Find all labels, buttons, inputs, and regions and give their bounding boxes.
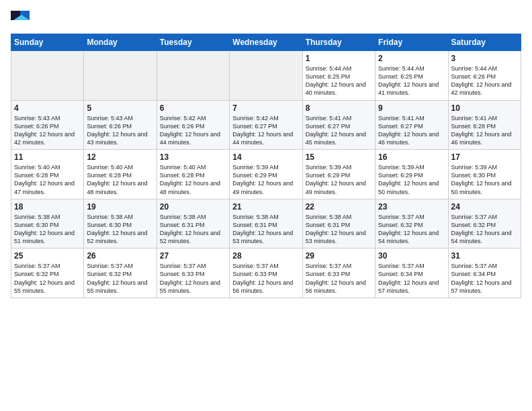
calendar-week-row: 18Sunrise: 5:38 AMSunset: 6:30 PMDayligh… [11, 199, 521, 248]
weekday-header-row: SundayMondayTuesdayWednesdayThursdayFrid… [11, 34, 521, 51]
calendar-cell: 4Sunrise: 5:43 AMSunset: 6:26 PMDaylight… [11, 100, 84, 150]
calendar-cell: 29Sunrise: 5:37 AMSunset: 6:33 PMDayligh… [302, 248, 375, 298]
page-header [11, 11, 521, 28]
calendar-cell: 17Sunrise: 5:39 AMSunset: 6:30 PMDayligh… [448, 150, 521, 199]
day-info: Sunrise: 5:39 AMSunset: 6:29 PMDaylight:… [378, 163, 445, 196]
calendar-cell: 6Sunrise: 5:42 AMSunset: 6:26 PMDaylight… [157, 100, 229, 150]
day-number: 24 [451, 202, 518, 212]
day-info: Sunrise: 5:37 AMSunset: 6:32 PMDaylight:… [451, 213, 518, 246]
calendar-cell: 9Sunrise: 5:41 AMSunset: 6:27 PMDaylight… [375, 100, 448, 150]
calendar-cell: 11Sunrise: 5:40 AMSunset: 6:28 PMDayligh… [11, 150, 84, 199]
day-number: 12 [87, 152, 153, 162]
calendar-cell: 30Sunrise: 5:37 AMSunset: 6:34 PMDayligh… [375, 248, 448, 298]
calendar-week-row: 4Sunrise: 5:43 AMSunset: 6:26 PMDaylight… [11, 100, 521, 150]
day-info: Sunrise: 5:44 AMSunset: 6:26 PMDaylight:… [451, 64, 518, 97]
calendar-cell: 21Sunrise: 5:38 AMSunset: 6:31 PMDayligh… [230, 199, 302, 248]
day-number: 2 [378, 54, 445, 63]
day-number: 11 [14, 152, 81, 162]
day-number: 20 [160, 202, 226, 212]
day-info: Sunrise: 5:40 AMSunset: 6:28 PMDaylight:… [87, 163, 153, 196]
day-number: 23 [378, 202, 445, 212]
day-info: Sunrise: 5:40 AMSunset: 6:28 PMDaylight:… [14, 163, 81, 196]
calendar-cell: 24Sunrise: 5:37 AMSunset: 6:32 PMDayligh… [448, 199, 521, 248]
calendar-cell [84, 51, 157, 101]
day-info: Sunrise: 5:41 AMSunset: 6:28 PMDaylight:… [451, 114, 518, 147]
day-info: Sunrise: 5:38 AMSunset: 6:31 PMDaylight:… [232, 213, 299, 246]
day-info: Sunrise: 5:37 AMSunset: 6:33 PMDaylight:… [232, 262, 299, 295]
day-info: Sunrise: 5:37 AMSunset: 6:32 PMDaylight:… [378, 213, 445, 246]
day-number: 16 [378, 152, 445, 162]
day-number: 27 [160, 251, 226, 261]
calendar: SundayMondayTuesdayWednesdayThursdayFrid… [11, 34, 521, 298]
day-number: 1 [306, 54, 372, 63]
day-info: Sunrise: 5:37 AMSunset: 6:34 PMDaylight:… [451, 262, 518, 295]
day-number: 29 [306, 251, 372, 261]
calendar-cell: 22Sunrise: 5:38 AMSunset: 6:31 PMDayligh… [302, 199, 375, 248]
day-info: Sunrise: 5:39 AMSunset: 6:29 PMDaylight:… [232, 163, 299, 196]
day-number: 10 [451, 103, 518, 113]
calendar-cell: 27Sunrise: 5:37 AMSunset: 6:33 PMDayligh… [157, 248, 229, 298]
calendar-cell: 7Sunrise: 5:42 AMSunset: 6:27 PMDaylight… [230, 100, 302, 150]
day-info: Sunrise: 5:39 AMSunset: 6:29 PMDaylight:… [306, 163, 372, 196]
calendar-cell: 28Sunrise: 5:37 AMSunset: 6:33 PMDayligh… [230, 248, 302, 298]
day-info: Sunrise: 5:41 AMSunset: 6:27 PMDaylight:… [378, 114, 445, 147]
day-info: Sunrise: 5:37 AMSunset: 6:32 PMDaylight:… [87, 262, 153, 295]
day-number: 9 [378, 103, 445, 113]
day-info: Sunrise: 5:43 AMSunset: 6:26 PMDaylight:… [87, 114, 153, 147]
day-info: Sunrise: 5:37 AMSunset: 6:33 PMDaylight:… [160, 262, 226, 295]
day-info: Sunrise: 5:38 AMSunset: 6:30 PMDaylight:… [87, 213, 153, 246]
calendar-cell: 20Sunrise: 5:38 AMSunset: 6:31 PMDayligh… [157, 199, 229, 248]
day-info: Sunrise: 5:38 AMSunset: 6:31 PMDaylight:… [160, 213, 226, 246]
day-number: 4 [14, 103, 81, 113]
day-number: 8 [306, 103, 372, 113]
day-number: 3 [451, 54, 518, 63]
calendar-cell: 16Sunrise: 5:39 AMSunset: 6:29 PMDayligh… [375, 150, 448, 199]
calendar-cell: 25Sunrise: 5:37 AMSunset: 6:32 PMDayligh… [11, 248, 84, 298]
day-number: 28 [232, 251, 299, 261]
day-number: 13 [160, 152, 226, 162]
day-info: Sunrise: 5:42 AMSunset: 6:27 PMDaylight:… [232, 114, 299, 147]
calendar-cell: 3Sunrise: 5:44 AMSunset: 6:26 PMDaylight… [448, 51, 521, 101]
calendar-week-row: 25Sunrise: 5:37 AMSunset: 6:32 PMDayligh… [11, 248, 521, 298]
calendar-cell: 26Sunrise: 5:37 AMSunset: 6:32 PMDayligh… [84, 248, 157, 298]
day-number: 14 [232, 152, 299, 162]
calendar-cell: 14Sunrise: 5:39 AMSunset: 6:29 PMDayligh… [230, 150, 302, 199]
day-number: 21 [232, 202, 299, 212]
day-info: Sunrise: 5:41 AMSunset: 6:27 PMDaylight:… [306, 114, 372, 147]
day-number: 22 [306, 202, 372, 212]
calendar-cell: 8Sunrise: 5:41 AMSunset: 6:27 PMDaylight… [302, 100, 375, 150]
calendar-cell: 10Sunrise: 5:41 AMSunset: 6:28 PMDayligh… [448, 100, 521, 150]
weekday-header: Wednesday [230, 34, 302, 51]
day-info: Sunrise: 5:38 AMSunset: 6:31 PMDaylight:… [306, 213, 372, 246]
logo-icon [11, 11, 32, 28]
calendar-cell: 2Sunrise: 5:44 AMSunset: 6:25 PMDaylight… [375, 51, 448, 101]
day-number: 5 [87, 103, 153, 113]
calendar-cell: 18Sunrise: 5:38 AMSunset: 6:30 PMDayligh… [11, 199, 84, 248]
calendar-cell: 12Sunrise: 5:40 AMSunset: 6:28 PMDayligh… [84, 150, 157, 199]
day-info: Sunrise: 5:38 AMSunset: 6:30 PMDaylight:… [14, 213, 81, 246]
calendar-week-row: 1Sunrise: 5:44 AMSunset: 6:25 PMDaylight… [11, 51, 521, 101]
calendar-cell: 23Sunrise: 5:37 AMSunset: 6:32 PMDayligh… [375, 199, 448, 248]
weekday-header: Monday [84, 34, 157, 51]
weekday-header: Sunday [11, 34, 84, 51]
day-number: 17 [451, 152, 518, 162]
calendar-week-row: 11Sunrise: 5:40 AMSunset: 6:28 PMDayligh… [11, 150, 521, 199]
day-info: Sunrise: 5:44 AMSunset: 6:25 PMDaylight:… [378, 64, 445, 97]
calendar-cell [11, 51, 84, 101]
calendar-cell [230, 51, 302, 101]
day-info: Sunrise: 5:40 AMSunset: 6:28 PMDaylight:… [160, 163, 226, 196]
day-number: 6 [160, 103, 226, 113]
weekday-header: Thursday [302, 34, 375, 51]
weekday-header: Friday [375, 34, 448, 51]
day-info: Sunrise: 5:39 AMSunset: 6:30 PMDaylight:… [451, 163, 518, 196]
weekday-header: Tuesday [157, 34, 229, 51]
day-info: Sunrise: 5:37 AMSunset: 6:34 PMDaylight:… [378, 262, 445, 295]
calendar-cell: 19Sunrise: 5:38 AMSunset: 6:30 PMDayligh… [84, 199, 157, 248]
day-info: Sunrise: 5:37 AMSunset: 6:32 PMDaylight:… [14, 262, 81, 295]
weekday-header: Saturday [448, 34, 521, 51]
day-number: 30 [378, 251, 445, 261]
day-number: 26 [87, 251, 153, 261]
day-number: 18 [14, 202, 81, 212]
day-info: Sunrise: 5:44 AMSunset: 6:25 PMDaylight:… [306, 64, 372, 97]
calendar-cell: 31Sunrise: 5:37 AMSunset: 6:34 PMDayligh… [448, 248, 521, 298]
